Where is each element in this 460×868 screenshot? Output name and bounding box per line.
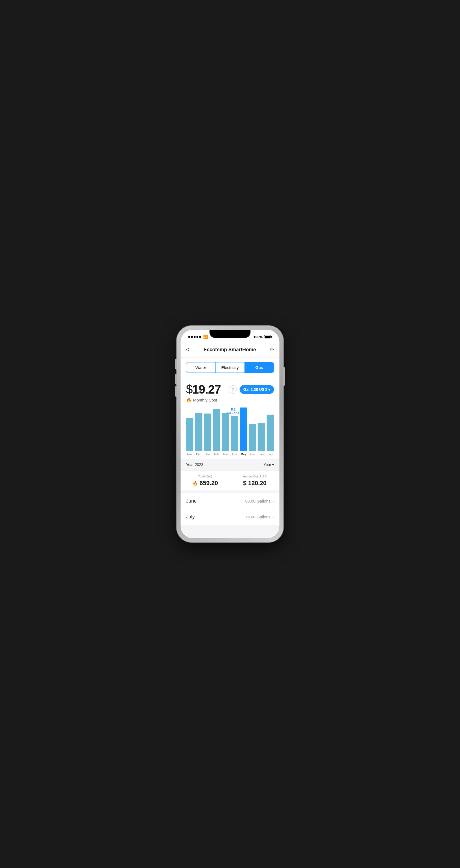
chart-month-label: June: [249, 453, 256, 456]
chart-month-label: April: [231, 453, 238, 456]
chart-tooltip: 8.1 Gallons: [227, 407, 239, 415]
total-amount: 659.20: [200, 479, 218, 487]
month-name: July: [186, 514, 195, 520]
app-header: < Eccotemp SmartHome ✏: [181, 342, 279, 358]
chart-month-label: Dec: [195, 453, 203, 456]
month-list-item[interactable]: July76.00 Gallons›: [181, 509, 279, 525]
chart-bar: [186, 418, 193, 451]
chart-bar-wrap[interactable]: [240, 407, 247, 451]
battery-icon: [264, 335, 272, 338]
wifi-icon: 📶: [203, 335, 208, 339]
unit-selector-button[interactable]: Gal 2.38 USD ▾: [240, 385, 274, 394]
year-section: Year 2023 Year ▾: [181, 459, 279, 471]
currency-symbol: $: [186, 383, 192, 396]
month-gallons: 88.00 Gallons: [245, 499, 271, 503]
month-value: 88.00 Gallons›: [245, 499, 274, 503]
monthly-cost-text: Monthly Cost: [193, 398, 217, 402]
edit-button[interactable]: ✏: [270, 347, 274, 352]
chart-bar-wrap[interactable]: [195, 407, 203, 451]
chart-container: 8.1 Gallons NovDecJanFebMarAprilMayJuneJ…: [186, 407, 274, 459]
status-left: 📶: [188, 335, 208, 339]
chart-month-label: Jan: [204, 453, 211, 456]
stats-row: Total (Gal) 🔥 659.20 Annual Cost USD $ 1…: [181, 471, 279, 491]
cost-display: $ 19.27: [186, 383, 221, 396]
chart-month-label: July: [267, 453, 274, 456]
tab-group: Water Electricity Gas: [186, 362, 274, 373]
chart-bar: [240, 407, 247, 451]
annual-label: Annual Cost USD: [235, 475, 275, 478]
chart-bar-wrap[interactable]: [186, 407, 193, 451]
battery-percent: 100%: [253, 335, 263, 339]
chart-month-label: Nov: [186, 453, 193, 456]
status-right: 100%: [253, 335, 272, 339]
year-filter-label: Year: [264, 462, 271, 467]
chart-bar-wrap[interactable]: [257, 407, 265, 451]
chart-bar: [222, 413, 229, 451]
tab-electricity[interactable]: Electricity: [216, 363, 245, 373]
month-list-item[interactable]: June88.00 Gallons›: [181, 493, 279, 509]
help-button[interactable]: ?: [228, 385, 237, 394]
back-button[interactable]: <: [186, 346, 190, 353]
chart-month-label: Feb: [213, 453, 220, 456]
total-value: 🔥 659.20: [185, 479, 226, 487]
chart-bar-wrap[interactable]: [249, 407, 256, 451]
chart-labels: NovDecJanFebMarAprilMayJuneJulyJuly: [186, 453, 274, 456]
flame-icon: 🔥: [186, 397, 191, 403]
chart-bar: [213, 409, 220, 451]
cost-amount: 19.27: [192, 383, 221, 396]
chart-bar: [257, 423, 265, 451]
chart-month-label: Mar: [222, 453, 229, 456]
chart-bar: [249, 424, 256, 451]
monthly-cost-label: 🔥 Monthly Cost: [186, 397, 274, 403]
phone-screen: 📶 100% < Eccotemp SmartHome ✏ Wate: [181, 330, 279, 538]
signal-dots: [188, 336, 201, 338]
tab-gas[interactable]: Gas: [245, 363, 274, 373]
chart-bar: [204, 413, 211, 451]
chart-bar-wrap[interactable]: [213, 407, 220, 451]
total-label: Total (Gal): [185, 475, 226, 478]
chart-month-label: May: [240, 453, 247, 456]
month-list: June88.00 Gallons›July76.00 Gallons›: [181, 493, 279, 525]
month-name: June: [186, 498, 197, 504]
cost-actions: ? Gal 2.38 USD ▾: [228, 385, 274, 394]
chart-bar: [267, 414, 274, 451]
year-filter-button[interactable]: Year ▾: [264, 462, 274, 467]
annual-stat-cell: Annual Cost USD $ 120.20: [230, 471, 280, 491]
chart-bar: [195, 413, 203, 451]
chart-bar: [231, 416, 238, 451]
total-flame-icon: 🔥: [192, 481, 198, 486]
main-content: $ 19.27 ? Gal 2.38 USD ▾ 🔥 Monthly Cost: [181, 377, 279, 459]
tooltip-value: 8.1: [231, 407, 236, 411]
year-filter-chevron: ▾: [272, 462, 274, 467]
chart-month-label: July: [257, 453, 265, 456]
annual-currency: $: [243, 479, 246, 487]
tab-bar: Water Electricity Gas: [181, 358, 279, 377]
notch: [210, 330, 250, 338]
phone-frame: 📶 100% < Eccotemp SmartHome ✏ Wate: [177, 326, 283, 542]
page-title: Eccotemp SmartHome: [204, 347, 256, 352]
cost-section: $ 19.27 ? Gal 2.38 USD ▾: [186, 383, 274, 396]
chevron-down-icon: ▾: [268, 387, 270, 392]
chart-bar-wrap[interactable]: [204, 407, 211, 451]
month-value: 76.00 Gallons›: [245, 515, 274, 519]
chevron-right-icon: ›: [273, 515, 274, 519]
tab-water[interactable]: Water: [186, 363, 216, 373]
year-label: Year 2023: [186, 462, 203, 467]
chart-bar-wrap[interactable]: [267, 407, 274, 451]
chevron-right-icon: ›: [273, 499, 274, 503]
app-content: < Eccotemp SmartHome ✏ Water Electricity…: [181, 342, 279, 538]
tooltip-unit: Gallons: [227, 411, 239, 415]
month-gallons: 76.00 Gallons: [245, 515, 271, 519]
annual-value: $ 120.20: [235, 479, 275, 487]
total-stat-cell: Total (Gal) 🔥 659.20: [181, 471, 230, 491]
annual-amount: 120.20: [248, 479, 266, 487]
unit-label: Gal 2.38 USD: [243, 387, 267, 392]
